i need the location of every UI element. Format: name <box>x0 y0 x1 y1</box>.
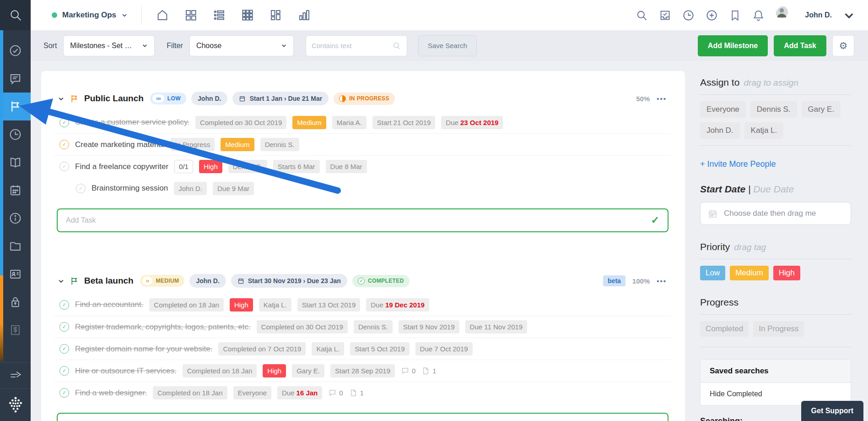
sort-dropdown[interactable]: Milestones - Set … <box>63 35 155 56</box>
comment-count[interactable]: 0 <box>328 388 343 397</box>
save-search-button[interactable]: Save Search <box>418 35 477 56</box>
search-input[interactable] <box>312 42 385 49</box>
task-pill[interactable]: Completed on 30 Oct 2019 <box>195 116 286 129</box>
milestone-dates-pill[interactable]: Start 1 Jan › Due 21 Mar <box>232 92 329 105</box>
task-check-circle[interactable]: ✓ <box>76 184 86 193</box>
sidebar-item-info[interactable] <box>0 204 31 232</box>
task-title[interactable]: Find an accountant. <box>75 300 143 309</box>
task-pill[interactable]: Completed on 18 Jan <box>153 386 227 399</box>
add-task-inline-input[interactable]: Add Task✓ <box>57 208 669 232</box>
task-title[interactable]: Brainstorming session <box>92 184 168 193</box>
bookmark-button[interactable] <box>729 9 741 22</box>
collapse-chevron-icon[interactable] <box>58 278 65 284</box>
sidebar-item-wiki[interactable] <box>0 148 31 176</box>
assignee-tag[interactable]: Gary E. <box>802 101 841 118</box>
add-task-button[interactable]: Add Task <box>774 35 826 56</box>
milestone-priority-badge[interactable]: ››MEDIUM <box>140 275 185 287</box>
task-check-circle[interactable]: ✓ <box>59 162 69 171</box>
task-pill[interactable]: Katja L. <box>312 342 344 355</box>
task-pill[interactable]: High <box>263 364 286 377</box>
avatar[interactable] <box>776 6 794 24</box>
task-check-circle[interactable]: ✓ <box>59 118 69 127</box>
task-pill[interactable]: Katja L. <box>259 298 291 312</box>
task-title[interactable]: Create marketing material <box>75 140 165 149</box>
sidebar-item-invoices[interactable] <box>0 316 31 344</box>
task-check-circle[interactable]: ✓ <box>59 300 69 310</box>
settings-button[interactable]: ⚙ <box>832 35 854 56</box>
task-pill[interactable]: High <box>230 298 253 312</box>
task-check-circle[interactable]: ✓ <box>59 322 69 332</box>
task-pill[interactable]: Medium <box>221 138 254 151</box>
add-milestone-button[interactable]: Add Milestone <box>698 35 768 56</box>
task-pill[interactable]: Everyone <box>233 386 271 399</box>
task-pill[interactable]: Completed on 18 Jan <box>183 364 257 377</box>
view-home-button[interactable] <box>156 8 169 22</box>
sidebar-item-discussions[interactable] <box>0 65 31 93</box>
task-check-circle[interactable]: ✓ <box>59 140 69 149</box>
invite-more-people-link[interactable]: + Invite More People <box>700 159 776 169</box>
plus-button[interactable] <box>706 9 718 22</box>
milestone-status-pill[interactable]: ✓COMPLETED <box>352 275 410 287</box>
milestone-tag[interactable]: beta <box>603 275 625 286</box>
more-options-icon[interactable]: ••• <box>657 95 667 103</box>
collapse-chevron-icon[interactable] <box>58 95 65 102</box>
sidebar-item-contacts[interactable] <box>0 260 31 288</box>
file-count[interactable]: 1 <box>421 366 436 375</box>
task-pill[interactable]: John D. <box>174 182 207 195</box>
task-check-circle[interactable]: ✓ <box>59 344 69 354</box>
confirm-check-icon[interactable]: ✓ <box>651 214 659 226</box>
assignee-tag[interactable]: Dennis S. <box>750 101 797 118</box>
task-title[interactable]: Hire or outsource IT services. <box>75 366 177 376</box>
sidebar-expand-button[interactable] <box>0 363 31 388</box>
milestone-priority-badge[interactable]: ›››LOW <box>150 93 186 104</box>
get-support-button[interactable]: Get Support <box>801 401 863 421</box>
task-pill[interactable]: Completed on 30 Oct 2019 <box>257 320 348 334</box>
sidebar-item-milestones[interactable] <box>0 93 31 120</box>
sidebar-item-calendar[interactable] <box>0 176 31 204</box>
task-pill[interactable]: Start 5 Oct 2019 <box>350 342 409 355</box>
milestone-owner-pill[interactable]: John D. <box>189 274 226 288</box>
filter-dropdown[interactable]: Choose <box>189 35 294 56</box>
progress-tag[interactable]: Completed <box>700 321 749 337</box>
view-chart-button[interactable] <box>297 8 311 22</box>
task-pill[interactable]: Start 13 Oct 2019 <box>297 298 361 312</box>
task-pill[interactable]: Medium <box>292 116 326 129</box>
task-pill[interactable]: Due 7 Oct 2019 <box>415 342 473 355</box>
milestone-dates-pill[interactable]: Start 30 Nov 2019 › Due 23 Jan <box>231 274 347 288</box>
task-pill[interactable]: Maria A. <box>332 116 367 129</box>
comment-count[interactable]: 0 <box>401 366 415 375</box>
user-menu[interactable]: John D. <box>805 11 832 19</box>
milestone-status-pill[interactable]: IN PROGRESS <box>334 93 395 105</box>
view-list-button[interactable] <box>212 8 226 22</box>
task-pill[interactable]: Start 21 Oct 2019 <box>372 116 436 129</box>
freedcamp-logo-icon[interactable] <box>0 389 31 421</box>
task-pill[interactable]: Start 9 Nov 2019 <box>399 320 459 334</box>
task-pill[interactable]: Due 16 Jan <box>277 386 322 399</box>
clock-button[interactable] <box>682 9 695 22</box>
confirm-check-icon[interactable]: ✓ <box>651 419 659 421</box>
view-grid-button[interactable] <box>184 8 198 22</box>
sidebar-item-tasks[interactable] <box>0 37 31 65</box>
search-button[interactable] <box>636 9 648 22</box>
add-task-inline-input[interactable]: Add Task✓ <box>57 413 669 421</box>
sidebar-item-search[interactable] <box>0 0 31 30</box>
task-pill[interactable]: Start 28 Sep 2019 <box>330 364 395 377</box>
task-title[interactable]: Register domain name for your website. <box>75 344 212 354</box>
chevron-down-icon[interactable] <box>843 9 855 22</box>
task-pill[interactable]: Dennis S. <box>228 160 267 173</box>
choose-date-drag-handle[interactable]: Choose date then drag me <box>700 202 851 225</box>
priority-tag-low[interactable]: Low <box>700 266 725 280</box>
tray-check-button[interactable] <box>659 9 671 22</box>
milestone-title[interactable]: Public Launch <box>84 93 144 104</box>
file-count[interactable]: 1 <box>349 388 364 397</box>
task-pill[interactable]: Starts 6 Mar <box>273 160 320 173</box>
task-check-circle[interactable]: ✓ <box>59 388 69 398</box>
assignee-tag[interactable]: John D. <box>700 122 740 139</box>
task-title[interactable]: Find a web designer. <box>75 388 147 398</box>
task-pill[interactable]: High <box>199 160 222 173</box>
task-pill[interactable]: Dennis S. <box>354 320 393 334</box>
task-pill[interactable]: Due 23 Oct 2019 <box>441 116 503 129</box>
priority-tag-high[interactable]: High <box>773 266 800 280</box>
bell-button[interactable] <box>752 9 765 22</box>
assignee-tag[interactable]: Everyone <box>700 101 746 118</box>
